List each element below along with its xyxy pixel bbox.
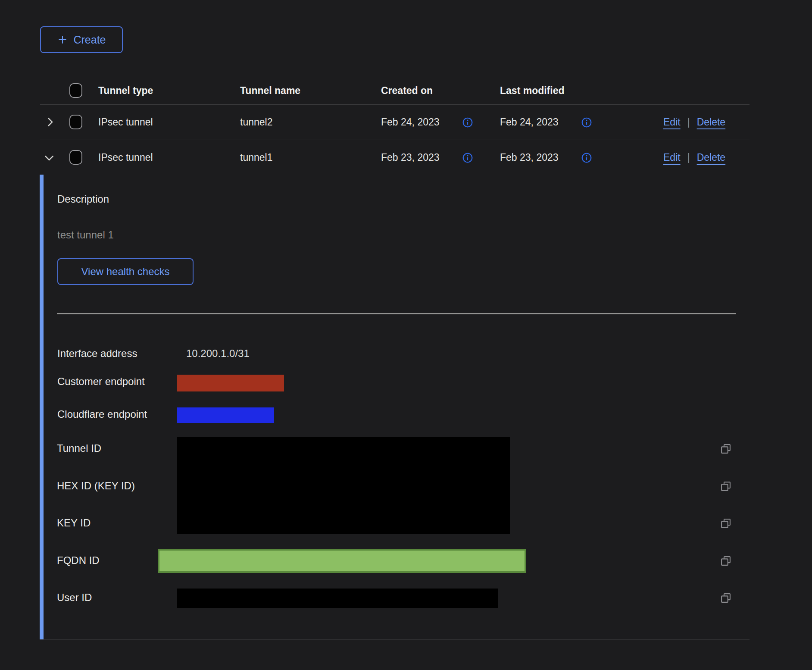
- cell-created-on: Feb 23, 2023: [381, 151, 440, 163]
- delete-link[interactable]: Delete: [697, 116, 725, 128]
- create-button[interactable]: Create: [40, 26, 123, 53]
- cell-created-on: Feb 24, 2023: [381, 116, 440, 128]
- description-value: test tunnel 1: [57, 229, 114, 241]
- view-health-checks-button[interactable]: View health checks: [57, 258, 194, 285]
- expand-row-chevron-right-icon[interactable]: [44, 116, 56, 128]
- row-actions: Edit | Delete: [663, 151, 725, 163]
- user-id-redacted-value: [177, 589, 498, 608]
- cell-tunnel-type: IPsec tunnel: [98, 116, 153, 128]
- column-header-created-on: Created on: [381, 85, 433, 97]
- hex-id-label: HEX ID (KEY ID): [57, 479, 135, 492]
- interface-address-value: 10.200.1.0/31: [186, 347, 250, 360]
- customer-endpoint-redacted-value: [177, 375, 284, 391]
- column-header-tunnel-name: Tunnel name: [240, 85, 300, 97]
- copy-fqdn-id-icon[interactable]: [720, 555, 732, 567]
- header-divider: [40, 104, 750, 105]
- cell-tunnel-name: tunnel2: [240, 116, 272, 128]
- action-separator: |: [687, 116, 690, 128]
- view-health-checks-label: View health checks: [81, 266, 169, 278]
- select-row-checkbox[interactable]: [69, 115, 82, 129]
- collapse-row-chevron-down-icon[interactable]: [43, 151, 56, 164]
- row-divider: [40, 140, 750, 140]
- copy-user-id-icon[interactable]: [720, 592, 732, 604]
- last-modified-info-icon[interactable]: [581, 117, 592, 128]
- tunnel-id-label: Tunnel ID: [57, 442, 101, 455]
- expanded-panel-bottom-divider: [40, 639, 750, 640]
- delete-link[interactable]: Delete: [697, 151, 725, 163]
- created-on-info-icon[interactable]: [462, 152, 473, 163]
- create-button-label: Create: [73, 34, 106, 46]
- row-actions: Edit | Delete: [663, 116, 725, 128]
- edit-link[interactable]: Edit: [663, 116, 681, 128]
- description-label: Description: [57, 193, 109, 206]
- plus-icon: [57, 34, 68, 45]
- column-header-tunnel-type: Tunnel type: [98, 85, 153, 97]
- fqdn-id-redacted-value: [158, 549, 526, 573]
- interface-address-label: Interface address: [57, 347, 137, 360]
- cloudflare-endpoint-redacted-value: [177, 407, 274, 423]
- expanded-row-accent-bar: [40, 175, 44, 639]
- select-row-checkbox[interactable]: [69, 150, 82, 165]
- ids-redacted-value-block: [177, 437, 510, 534]
- created-on-info-icon[interactable]: [462, 117, 473, 128]
- last-modified-info-icon[interactable]: [581, 152, 592, 163]
- select-all-checkbox[interactable]: [69, 83, 82, 98]
- action-separator: |: [687, 151, 690, 163]
- column-header-last-modified: Last modified: [500, 85, 565, 97]
- cell-last-modified: Feb 23, 2023: [500, 151, 559, 163]
- copy-key-id-icon[interactable]: [720, 517, 732, 529]
- user-id-label: User ID: [57, 591, 92, 604]
- cell-tunnel-name: tunnel1: [240, 151, 272, 163]
- cell-tunnel-type: IPsec tunnel: [98, 151, 153, 163]
- copy-hex-id-icon[interactable]: [720, 480, 732, 492]
- detail-section-divider: [57, 313, 736, 314]
- copy-tunnel-id-icon[interactable]: [720, 443, 732, 455]
- cloudflare-endpoint-label: Cloudflare endpoint: [57, 408, 147, 421]
- cell-last-modified: Feb 24, 2023: [500, 116, 559, 128]
- customer-endpoint-label: Customer endpoint: [57, 375, 145, 388]
- key-id-label: KEY ID: [57, 517, 91, 529]
- edit-link[interactable]: Edit: [663, 151, 681, 163]
- fqdn-id-label: FQDN ID: [57, 554, 100, 567]
